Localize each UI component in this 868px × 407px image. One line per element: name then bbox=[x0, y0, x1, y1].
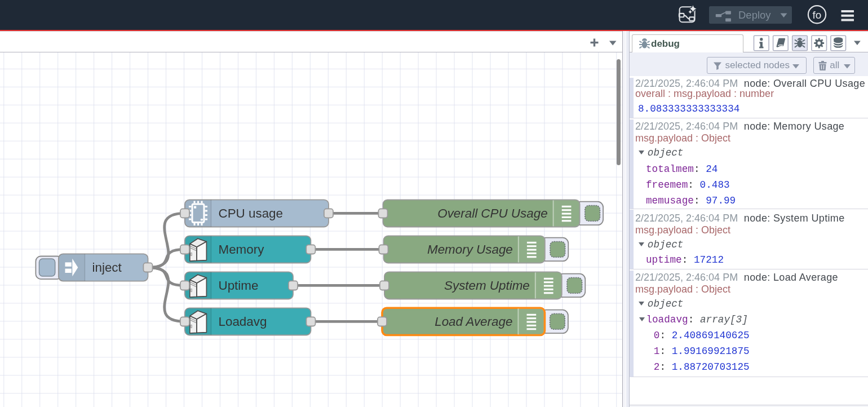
svg-text:fo: fo bbox=[813, 9, 822, 21]
svg-text:Load Average: Load Average bbox=[435, 315, 512, 329]
svg-text:Memory: Memory bbox=[219, 242, 265, 256]
svg-text:Memory Usage: Memory Usage bbox=[427, 242, 513, 256]
svg-text:Loadavg: Loadavg bbox=[219, 315, 267, 329]
svg-text:Uptime: Uptime bbox=[219, 278, 259, 293]
svg-text:System Uptime: System Uptime bbox=[444, 278, 530, 293]
svg-text:inject: inject bbox=[92, 260, 122, 275]
svg-text:Overall CPU Usage: Overall CPU Usage bbox=[437, 206, 547, 220]
svg-text:Deploy: Deploy bbox=[738, 9, 771, 21]
svg-text:CPU usage: CPU usage bbox=[219, 206, 284, 220]
